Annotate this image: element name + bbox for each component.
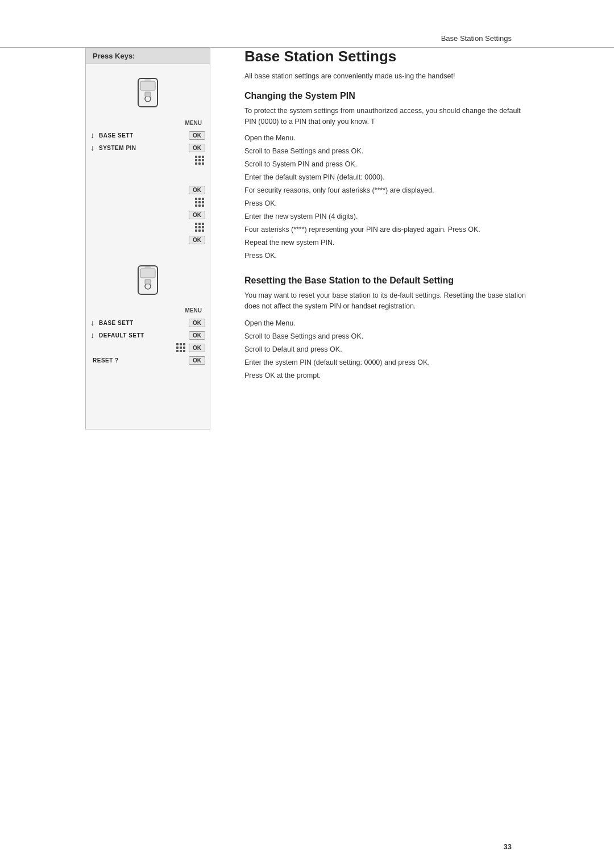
keypad-icon-1 (195, 156, 204, 165)
keypad-icon-2 (195, 198, 204, 207)
step-keypad2-desc: Enter the new system PIN (4 digits). (244, 211, 358, 222)
base-sett-label2: BASE SETT (97, 320, 189, 326)
menu-label1: MENU (182, 119, 205, 127)
ok-button-1: OK (189, 131, 205, 140)
left-panel-content: MENU ↓ BASE SETT OK ↓ SYSTEM PIN OK (86, 64, 210, 429)
intro-text: All base station settings are convenient… (244, 71, 529, 82)
base-sett-label1: BASE SETT (97, 132, 189, 139)
ok-button-4: OK (189, 211, 205, 219)
page-footer: 33 (0, 825, 614, 868)
ok-button-6: OK (189, 319, 205, 327)
step-note1: For security reasons, only four asterisk… (244, 185, 529, 197)
step-ok2-desc: Four asterisks (****) representing your … (244, 224, 480, 235)
ok-button-2: OK (189, 144, 205, 152)
step-keypad4-desc: Enter the system PIN (default setting: 0… (244, 357, 430, 368)
two-col-layout: Press Keys: MENU (85, 48, 529, 429)
press-keys-header: Press Keys: (86, 48, 210, 64)
step-ok3-desc: Press OK. (244, 251, 277, 261)
step-menu2-desc: Open the Menu. (244, 318, 296, 329)
step-ok1: Press OK. (244, 198, 529, 210)
page-header: Base Station Settings (0, 0, 614, 48)
key-row-ok3: OK (86, 233, 210, 246)
step-note1-desc: For security reasons, only four asterisk… (244, 185, 434, 196)
key-row-defaultsett: ↓ DEFAULT SETT OK (86, 329, 210, 341)
key-row-reset: RESET ? OK (86, 354, 210, 366)
step-ok1-desc: Press OK. (244, 198, 277, 209)
svg-rect-1 (140, 81, 155, 90)
scroll-arrow-1: ↓ (90, 131, 94, 140)
keypad-icon-3 (195, 223, 204, 232)
scroll-arrow-3: ↓ (90, 318, 94, 327)
step-menu1-desc: Open the Menu. (244, 133, 296, 144)
step-basesett1-desc: Scroll to Base Settings and press OK. (244, 146, 363, 157)
svg-rect-3 (145, 92, 151, 97)
svg-point-4 (144, 79, 151, 81)
menu-label2: MENU (182, 306, 205, 315)
step-defaultsett: Scroll to Default and press OK. (244, 344, 529, 356)
step-keypad3: Repeat the new system PIN. (244, 237, 529, 249)
step-reset: Press OK at the prompt. (244, 370, 529, 382)
page-number: 33 (504, 842, 512, 851)
key-row-keypad2 (86, 196, 210, 208)
handset-icon-top (131, 76, 165, 110)
ok-button-8: OK (189, 344, 205, 352)
key-row-keypad1 (86, 154, 210, 166)
step-keypad2: Enter the new system PIN (4 digits). (244, 211, 529, 223)
step-systempin-desc: Scroll to System PIN and press OK. (244, 159, 357, 170)
section1-title: Changing the System PIN (244, 91, 529, 101)
step-keypad1-desc: Enter the default system PIN (default: 0… (244, 172, 385, 183)
key-row-systempin: ↓ SYSTEM PIN OK (86, 141, 210, 154)
step-basesett1: Scroll to Base Settings and press OK. (244, 145, 529, 158)
svg-point-9 (144, 266, 151, 269)
step-keypad4: Enter the system PIN (default setting: 0… (244, 357, 529, 369)
page: Base Station Settings Press Keys: (0, 0, 614, 868)
key-row-menu1: MENU (86, 116, 210, 129)
step-menu1: Open the Menu. (244, 132, 529, 145)
key-row-keypad3 (86, 221, 210, 233)
section1-desc: To protect the system settings from unau… (244, 106, 529, 127)
step-keypad3-desc: Repeat the new system PIN. (244, 237, 334, 248)
section2-desc: You may want to reset your base station … (244, 290, 529, 312)
key-row-ok1: OK (86, 183, 210, 196)
text-column: Base Station Settings All base station s… (244, 48, 529, 429)
page-main-title: Base Station Settings (244, 48, 529, 65)
step-defaultsett-desc: Scroll to Default and press OK. (244, 344, 342, 355)
ok-button-9: OK (189, 356, 205, 365)
key-row-ok2: OK (86, 208, 210, 221)
ok-button-5: OK (189, 236, 205, 244)
scroll-arrow-4: ↓ (90, 331, 94, 340)
ok-button-3: OK (189, 186, 205, 194)
scroll-arrow-2: ↓ (90, 143, 94, 152)
key-row-basesett1: ↓ BASE SETT OK (86, 129, 210, 141)
svg-rect-8 (145, 279, 151, 284)
keypad-icon-4 (176, 343, 185, 352)
key-row-basesett2: ↓ BASE SETT OK (86, 316, 210, 329)
ok-button-7: OK (189, 331, 205, 340)
system-pin-label: SYSTEM PIN (97, 145, 189, 151)
reset-label: RESET ? (90, 357, 189, 364)
handset-icon-bottom (131, 263, 165, 297)
press-keys-panel: Press Keys: MENU (85, 48, 210, 429)
step-basesett2-desc: Scroll to Base Settings and press OK. (244, 331, 363, 342)
key-row-keypad4: OK (86, 341, 210, 354)
key-row-menu2: MENU (86, 304, 210, 316)
step-ok3: Press OK. (244, 250, 529, 262)
step-basesett2: Scroll to Base Settings and press OK. (244, 331, 529, 343)
step-menu2: Open the Menu. (244, 318, 529, 330)
section2-title: Resetting the Base Station to the Defaul… (244, 276, 529, 286)
step-systempin: Scroll to System PIN and press OK. (244, 158, 529, 171)
default-sett-label: DEFAULT SETT (97, 332, 189, 339)
svg-rect-6 (140, 269, 155, 278)
step-reset-desc: Press OK at the prompt. (244, 370, 321, 381)
step-keypad1: Enter the default system PIN (default: 0… (244, 172, 529, 184)
step-ok2: Four asterisks (****) representing your … (244, 224, 529, 236)
header-title: Base Station Settings (441, 34, 512, 43)
